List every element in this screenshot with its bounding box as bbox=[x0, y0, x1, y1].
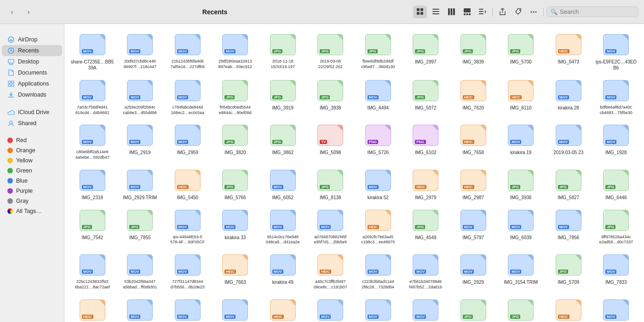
file-item[interactable]: HEIC a2092fc7b63a45c198c3…ee48975 bbox=[355, 204, 402, 248]
sidebar-item-airdrop[interactable]: AirDrop bbox=[2, 34, 62, 45]
share-button[interactable] bbox=[495, 6, 509, 18]
file-item[interactable]: MOV 21b1143bf6fa40b7af5e16…227dfb9 bbox=[164, 29, 211, 74]
file-item[interactable]: HEIC IMG_7620 bbox=[450, 75, 497, 118]
gallery-view-button[interactable] bbox=[460, 6, 474, 18]
file-item[interactable]: JPG file-jpg-2 bbox=[498, 294, 545, 322]
file-item[interactable]: MOV IMG_2929.TRIM bbox=[117, 164, 164, 203]
file-item[interactable]: JPG file-jpg-1 bbox=[450, 294, 497, 322]
file-item[interactable]: JPG IMG_3938 bbox=[307, 75, 354, 118]
sidebar-item-applications[interactable]: Applications bbox=[2, 78, 62, 89]
file-item[interactable]: MOV 9514c0cc76e948048ca5…d41ea2e bbox=[259, 204, 306, 248]
file-item[interactable]: MOV e7b61b3407884bf497b52…2da81b bbox=[402, 249, 449, 293]
file-item[interactable]: MOV IMG_7895 bbox=[117, 294, 164, 322]
file-item[interactable]: MOV IMG_6039 bbox=[498, 204, 545, 248]
file-item[interactable]: HEIC IMG_2979 bbox=[402, 164, 449, 203]
sidebar-item-green[interactable]: Green bbox=[2, 166, 62, 176]
search-input[interactable] bbox=[560, 8, 629, 15]
file-item[interactable]: MOV 727f31147d8344d7b556…6b2de23 bbox=[164, 249, 211, 293]
file-item[interactable]: HEIC IMG_6473 bbox=[545, 29, 592, 74]
sidebar-item-purple[interactable]: Purple bbox=[2, 186, 62, 196]
sidebar-item-desktop[interactable]: Desktop bbox=[2, 56, 62, 67]
file-item[interactable]: HEIC file-heic-1 bbox=[545, 294, 592, 322]
file-item[interactable]: JPG IMG_5072 bbox=[402, 75, 449, 118]
sidebar-item-red[interactable]: Red bbox=[2, 135, 62, 145]
file-item[interactable]: MOV kirakira 19 bbox=[498, 119, 545, 163]
file-item[interactable]: MOV 7a03c756df4d41819cd4…d4b9681 bbox=[69, 75, 116, 118]
sidebar-item-yellow[interactable]: Yellow bbox=[2, 155, 62, 166]
file-item[interactable]: JPG IMG_2997 bbox=[402, 29, 449, 74]
file-item[interactable]: PNG IMG_6102 bbox=[402, 119, 449, 163]
file-item[interactable]: MOV file-mov-3 bbox=[402, 294, 449, 322]
file-item[interactable]: MOV a07d4870881f45fe95f7d1…2bb5e9 bbox=[307, 204, 354, 248]
file-item[interactable]: MOV ips-E9FE2C…43EDB6 bbox=[593, 29, 640, 74]
file-item[interactable]: HEIC IMG_7663 bbox=[212, 249, 259, 293]
tag-button[interactable] bbox=[511, 6, 525, 18]
file-item[interactable]: MOV 29df280eaa10413897eab…93ec912 bbox=[212, 29, 259, 74]
icon-view-button[interactable] bbox=[413, 6, 427, 18]
file-item[interactable]: MOV IMG_2919 bbox=[117, 119, 164, 163]
file-item[interactable]: MOV bdf6e6af8d7a40ccb4683…75f5e30 bbox=[593, 75, 640, 118]
sidebar-item-gray[interactable]: Gray bbox=[2, 196, 62, 206]
file-item[interactable]: MOV IMG_7833 bbox=[593, 249, 640, 293]
file-item[interactable]: MOV IMG_7856 bbox=[545, 204, 592, 248]
file-item[interactable]: MOV 53b2042f96a347a5bbad…ff0d9301 bbox=[117, 249, 164, 293]
file-item[interactable]: MOV IMG_5797 bbox=[450, 204, 497, 248]
sidebar-item-documents[interactable]: Documents bbox=[2, 67, 62, 78]
file-item[interactable]: MOV IMG_2929 bbox=[450, 249, 497, 293]
file-item[interactable]: JPG IMG_3919 bbox=[259, 75, 306, 118]
file-item[interactable]: JPG IMG_5709 bbox=[545, 249, 592, 293]
group-button[interactable] bbox=[476, 6, 489, 18]
file-item[interactable]: JPG IMG_3862 bbox=[259, 119, 306, 163]
file-item[interactable]: JPG IMG_4549 bbox=[402, 204, 449, 248]
file-item[interactable]: MOV IMG_2318 bbox=[69, 164, 116, 203]
sidebar-item-all-tags[interactable]: All Tags… bbox=[2, 206, 62, 216]
file-item[interactable]: JPG IMG_5766 bbox=[212, 164, 259, 203]
file-item[interactable]: MOV a259e209f2b64ccab9e3…d55dd96 bbox=[117, 75, 164, 118]
sidebar-item-recents[interactable]: Recents bbox=[2, 45, 62, 56]
file-item[interactable]: HEIC a45c7c3ffb3f49709ce8c…c191b07 bbox=[307, 249, 354, 293]
sidebar-item-blue[interactable]: Blue bbox=[2, 176, 62, 186]
file-item[interactable]: MOV kirakira 28 bbox=[545, 75, 592, 118]
file-item[interactable]: HEIC IMG_8110 bbox=[498, 75, 545, 118]
file-item[interactable]: HEIC IMG_2904 bbox=[259, 294, 306, 322]
file-item[interactable]: JPG IMG_3839 bbox=[450, 29, 497, 74]
sidebar-item-downloads[interactable]: Downloads bbox=[2, 89, 62, 100]
file-item[interactable]: JPG IMG_7542 bbox=[69, 204, 116, 248]
file-item[interactable]: MOV IMG_4494 bbox=[355, 75, 402, 118]
file-item[interactable]: JPG 2019-03-0522/29/52.202 bbox=[307, 29, 354, 74]
sidebar-item-shared[interactable]: Shared bbox=[2, 118, 62, 129]
file-item[interactable]: MOV file-mov-1 bbox=[307, 294, 354, 322]
file-item[interactable]: JPG 9ff978526a434ce2ad59…d0c7337 bbox=[593, 204, 640, 248]
file-item[interactable]: MOV 20d937cbd6c44686997f…218c447 bbox=[117, 29, 164, 74]
file-item[interactable]: JPG fbee6df9db2d4dfc95e87…060d130 bbox=[355, 29, 402, 74]
file-item[interactable]: MOV kirakira 49 bbox=[259, 249, 306, 293]
file-item[interactable]: HEIC IMG_5450 bbox=[164, 164, 211, 203]
file-item[interactable]: MOV share-C7235E…BB539A bbox=[69, 29, 116, 74]
file-item[interactable]: MOV c784fabcde844d168ec2…ec0c5aa bbox=[164, 75, 211, 118]
file-item[interactable]: JPG IMG_7855 bbox=[117, 204, 164, 248]
file-item[interactable]: JPG IMG_3820 bbox=[212, 119, 259, 163]
file-item[interactable]: MOV kirakira 52 bbox=[355, 164, 402, 203]
file-item[interactable]: MOV 22bc1243831ff436ba221…8ac72aef bbox=[69, 249, 116, 293]
file-item[interactable]: JPG IMG_5827 bbox=[545, 164, 592, 203]
file-item[interactable]: JPG IMG_6446 bbox=[593, 164, 640, 203]
file-item[interactable]: JPG f054bcd0ed5544e8844c…90ef08d bbox=[212, 75, 259, 118]
file-item[interactable]: JPG IMG_8138 bbox=[307, 164, 354, 203]
file-item[interactable]: MOV IMG_2959 bbox=[164, 119, 211, 163]
file-item[interactable]: HEIC IMG_2987 bbox=[450, 164, 497, 203]
file-item[interactable]: JPG 2018-11-1815/33/19.197 bbox=[259, 29, 306, 74]
list-view-button[interactable] bbox=[429, 6, 443, 18]
file-item[interactable]: TV IMG_5098 bbox=[307, 119, 354, 163]
more-button[interactable] bbox=[527, 6, 540, 18]
sidebar-item-icloud-drive[interactable]: iCloud Drive bbox=[2, 107, 62, 118]
file-item[interactable]: MOV c223b3b8ad11442f8c28…7328d04 bbox=[355, 249, 402, 293]
file-item[interactable]: MOV file-mov-4 bbox=[593, 294, 640, 322]
column-view-button[interactable] bbox=[444, 6, 458, 18]
file-item[interactable]: JPG IMG_5700 bbox=[498, 29, 545, 74]
file-item[interactable]: MOV IMG_1928 bbox=[593, 119, 640, 163]
content-area[interactable]: MOV share-C7235E…BB539A MOV 20d937cbd6c4… bbox=[64, 24, 644, 322]
file-item[interactable]: MOV 2019-03-05 23 bbox=[545, 119, 592, 163]
file-item[interactable]: MOV a14efb2af1104447aeaad7…722ac6 bbox=[212, 294, 259, 322]
file-item[interactable]: HEIC IMG_7658 bbox=[450, 119, 497, 163]
file-item[interactable]: PNG IMG_5726 bbox=[355, 119, 402, 163]
